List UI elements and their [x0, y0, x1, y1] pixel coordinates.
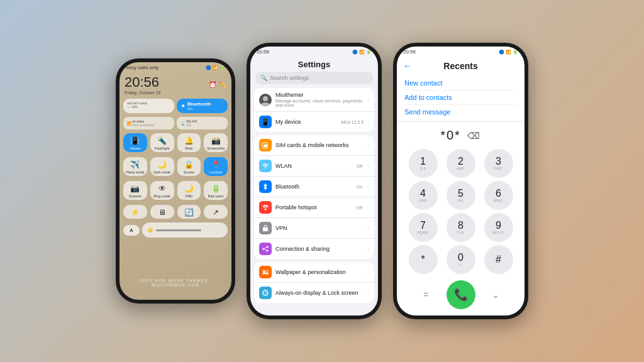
dial-key-5[interactable]: 5 JKL — [447, 181, 475, 210]
add-to-contacts-link[interactable]: Add to contacts — [404, 90, 517, 105]
phone1-carrier: nocy calls only — [126, 65, 158, 70]
ring-mode-btn[interactable]: 👁 Ring mode — [150, 181, 174, 200]
chevron-icon: › — [367, 163, 369, 169]
always-on-text: Always-on display & Lock screen — [275, 290, 364, 296]
dial-key-0[interactable]: 0 + — [447, 245, 475, 274]
settings-search[interactable]: 🔍 Search settings — [255, 72, 373, 84]
backspace-button[interactable]: ⌫ — [467, 131, 481, 141]
dial-key-2[interactable]: 2 ABC — [447, 149, 475, 178]
svg-point-1 — [261, 102, 270, 106]
mobile-data-icon: 📶 — [127, 121, 131, 126]
chevron-action[interactable]: ⌄ — [475, 290, 516, 300]
equals-action[interactable]: = — [406, 290, 447, 300]
settings-item-sim[interactable]: SIM cards & mobile networks › — [254, 135, 374, 156]
extra-btn1[interactable]: ⚡ — [123, 205, 147, 219]
location-icon: 📍 — [211, 160, 221, 169]
vibrate-btn[interactable]: 📳 Vibrate — [123, 133, 147, 152]
settings-item-wallpaper[interactable]: Wallpaper & personalization › — [254, 262, 374, 283]
extra-btn4[interactable]: ↗ — [204, 205, 228, 219]
phone1-grid-row3: 📷 Scanner 👁 Ring mode 🌙 DND 🔋 Batt saver — [119, 178, 231, 202]
dial-key-4[interactable]: 4 GHI — [409, 181, 438, 210]
send-message-link[interactable]: Send message — [404, 105, 517, 119]
chevron-icon: › — [367, 119, 369, 125]
phone-3: 20:56 🔵 📶 🔋 ← Recents New contact Add to… — [393, 43, 528, 319]
dial-key-9[interactable]: 9 WXYZ — [484, 213, 513, 242]
phone1-card-bluetooth[interactable]: ✦ Bluetooth On — [177, 99, 228, 113]
location-btn[interactable]: 📍 Location — [204, 157, 228, 176]
vibrate-icon: 📳 — [130, 136, 140, 145]
search-icon: 🔍 — [260, 75, 267, 81]
sim-icon — [259, 139, 272, 151]
dial-key-3[interactable]: 3 DEF — [484, 149, 513, 178]
dnd-btn[interactable]: 🌙 DND — [177, 181, 201, 200]
dial-key-7[interactable]: 7 PQRS — [409, 213, 438, 242]
dial-grid: 1 0,9 2 ABC 3 DEF 4 GHI 5 JKL 6 MNO — [397, 146, 525, 277]
plane-icon: ✈️ — [130, 160, 140, 169]
phone3-status-icons: 🔵 📶 🔋 — [499, 50, 518, 55]
call-button[interactable]: 📞 — [447, 280, 475, 309]
new-contact-link[interactable]: New contact — [404, 76, 517, 90]
settings-item-mydevice[interactable]: 📱 My device MIUI 12.5.5 › — [254, 112, 374, 132]
miuithemer-text: Miuithemer Manage accounts, cloud servic… — [275, 92, 364, 107]
dnd-icon: 🌙 — [184, 184, 194, 193]
extra-btn3[interactable]: 🔄 — [177, 205, 201, 219]
keyboard-btn[interactable]: A — [123, 225, 140, 236]
phone2-status-icons: 🔵 📶 🔋 — [352, 50, 372, 55]
chevron-icon: › — [367, 270, 369, 275]
settings-item-connection[interactable]: Connection & sharing › — [254, 239, 374, 259]
screen-btn[interactable]: 🔒 Screen — [177, 157, 201, 176]
wallpaper-text: Wallpaper & personalization — [275, 269, 364, 275]
dark-mode-icon: 🌙 — [157, 160, 167, 169]
extra-btn2[interactable]: 🖥 — [150, 205, 174, 219]
battery-saver-btn[interactable]: 🔋 Batt saver — [204, 181, 228, 200]
plane-mode-btn[interactable]: ✈️ Plane mode — [123, 157, 147, 176]
dial-key-1[interactable]: 1 0,9 — [409, 149, 438, 178]
recents-title: Recents — [417, 61, 504, 71]
settings-item-vpn[interactable]: VPN › — [254, 218, 374, 239]
phone1-mobile-data[interactable]: 📶 le data Not available — [123, 117, 174, 129]
phone3-status-bar: 20:56 🔵 📶 🔋 — [397, 47, 525, 56]
phone1-card-data[interactable]: and isn't instar — MB — [123, 99, 174, 113]
ring-icon: 👁 — [158, 184, 166, 193]
dial-key-6[interactable]: 6 MNO — [484, 181, 513, 210]
alarm-icon: ⏰ — [209, 81, 216, 88]
flashlight-btn[interactable]: 🔦 Flashlight — [150, 133, 174, 152]
phone1-bottom: A ☀️ — [119, 221, 231, 240]
svg-point-0 — [263, 96, 268, 101]
settings-item-wlan[interactable]: WLAN Off › — [254, 156, 374, 177]
dial-key-hash[interactable]: # — [484, 245, 513, 274]
phone1-wlan[interactable]: 📡 WLAN Off — [177, 117, 228, 129]
phone1-grid-row4: ⚡ 🖥 🔄 ↗ — [119, 202, 231, 221]
scanner-btn[interactable]: 📷 Scanner — [123, 181, 147, 200]
dark-mode-btn[interactable]: 🌙 Dark mode — [150, 157, 174, 176]
dial-key-star[interactable]: * — [409, 245, 438, 274]
vpn-text: VPN — [275, 225, 364, 231]
phone-1: nocy calls only 🔵 📶 🔋 20:56 Friday, Octo… — [116, 58, 235, 304]
phone-2: 20:56 🔵 📶 🔋 Settings 🔍 Search settings M… — [247, 43, 382, 319]
dial-key-8[interactable]: 8 TUV — [447, 213, 475, 242]
watermark: VISIT FOR MORE THEMES - MIUITHEMER.COM — [119, 278, 231, 287]
phone1-header-icons: ⏰ ✏️ — [209, 81, 226, 88]
svg-line-10 — [265, 248, 267, 249]
sun-icon: ☀️ — [147, 228, 153, 233]
search-placeholder: Search settings — [270, 75, 309, 81]
back-button[interactable]: ← — [403, 61, 412, 71]
phone1-screen: nocy calls only 🔵 📶 🔋 20:56 Friday, Octo… — [119, 62, 231, 300]
screenshot-btn[interactable]: 📸 Screenshot — [204, 133, 228, 152]
phone1-time: 20:56 — [125, 74, 160, 90]
phone2-screen: 20:56 🔵 📶 🔋 Settings 🔍 Search settings M… — [250, 47, 378, 315]
settings-item-miuithemer[interactable]: Miuithemer Manage accounts, cloud servic… — [254, 88, 374, 112]
svg-rect-6 — [263, 228, 268, 231]
svg-point-9 — [267, 250, 269, 252]
brightness-slider[interactable]: ☀️ — [142, 222, 228, 238]
scanner-icon: 📷 — [130, 184, 140, 193]
settings-item-always-on[interactable]: Always-on display & Lock screen › — [254, 283, 374, 303]
mute-btn[interactable]: 🔔 Mute — [177, 133, 201, 152]
recents-options: New contact Add to contacts Send message — [397, 74, 525, 122]
settings-item-bluetooth[interactable]: Bluetooth On › — [254, 177, 374, 197]
screen2-icon: 🖥 — [158, 208, 166, 217]
phone1-grid-row2: ✈️ Plane mode 🌙 Dark mode 🔒 Screen 📍 Loc… — [119, 155, 231, 178]
settings-item-hotspot[interactable]: Portable hotspot Off › — [254, 197, 374, 218]
chevron-icon: › — [367, 97, 369, 102]
chevron-icon: › — [367, 290, 369, 296]
